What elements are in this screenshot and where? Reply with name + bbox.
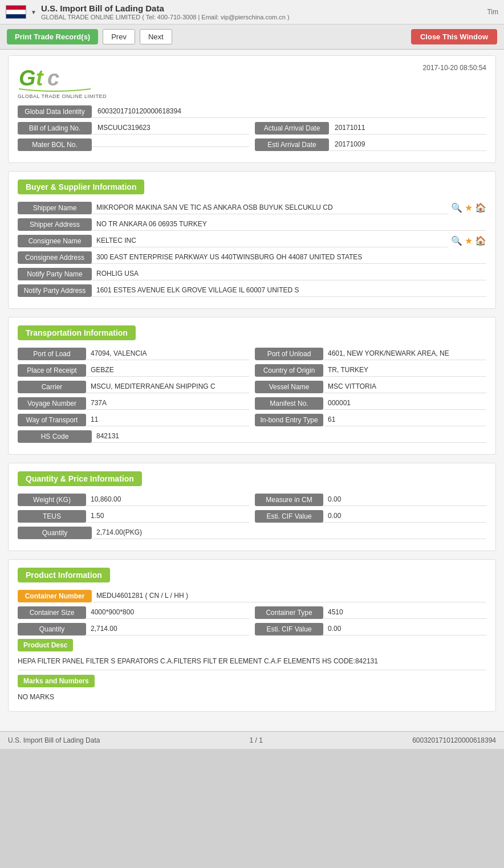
- teus-half: TEUS 1.50: [18, 510, 249, 523]
- measure-value: 0.00: [323, 493, 486, 506]
- product-quantity-cif-row: Quantity 2,714.00 Esti. CIF Value 0.00: [18, 622, 486, 635]
- product-desc-section: Product Desc HEPA FILTER PANEL FILTER S …: [18, 639, 486, 670]
- port-load-label: Port of Load: [18, 348, 86, 360]
- bol-label: Bill of Lading No.: [18, 122, 92, 135]
- shipper-home-icon[interactable]: 🏠: [475, 202, 486, 213]
- container-number-label: Container Number: [18, 590, 92, 602]
- esti-cif-half: Esti. CIF Value 0.00: [255, 510, 486, 523]
- container-type-value: 4510: [323, 606, 486, 619]
- port-row: Port of Load 47094, VALENCIA Port of Unl…: [18, 347, 486, 360]
- prev-button[interactable]: Prev: [103, 29, 135, 44]
- country-origin-half: Country of Origin TR, TURKEY: [255, 364, 486, 377]
- voyage-half: Voyage Number 737A: [18, 397, 249, 410]
- voyage-manifest-row: Voyage Number 737A Manifest No. 000001: [18, 397, 486, 410]
- quantity-price-header: Quantity & Price Information: [18, 471, 142, 486]
- logo-row: G t c GLOBAL TRADE ONLINE LIMITED 2017-1…: [18, 64, 486, 99]
- shipper-name-row: Shipper Name MIKROPOR MAKINA SAN VE TIC …: [18, 201, 486, 214]
- container-size-half: Container Size 4000*900*800: [18, 606, 249, 619]
- consignee-address-row: Consignee Address 300 EAST ENTERPRISE PA…: [18, 251, 486, 264]
- product-card: Product Information Container Number MED…: [8, 559, 496, 712]
- vessel-label: Vessel Name: [255, 381, 323, 393]
- global-data-identity-value: 6003201710120000618394: [92, 105, 486, 118]
- logo-box: G t c GLOBAL TRADE ONLINE LIMITED: [18, 64, 107, 99]
- voyage-value: 737A: [86, 397, 249, 410]
- notify-party-address-row: Notify Party Address 1601 ESTES AVENUE E…: [18, 284, 486, 297]
- container-size-label: Container Size: [18, 606, 86, 619]
- quantity-price-card: Quantity & Price Information Weight (KG)…: [8, 463, 496, 551]
- print-button[interactable]: Print Trade Record(s): [7, 29, 98, 44]
- vessel-half: Vessel Name MSC VITTORIA: [255, 380, 486, 393]
- flag-icon: [6, 5, 26, 19]
- marks-label: Marks and Numbers: [18, 675, 95, 687]
- transportation-header: Transportation Information: [18, 325, 136, 340]
- next-button[interactable]: Next: [140, 29, 172, 44]
- close-button[interactable]: Close This Window: [411, 29, 497, 44]
- notify-party-name-row: Notify Party Name ROHLIG USA: [18, 267, 486, 280]
- receipt-origin-row: Place of Receipt GEBZE Country of Origin…: [18, 364, 486, 377]
- top-bar: ▼ U.S. Import Bill of Lading Data GLOBAL…: [0, 0, 504, 25]
- logo-subtitle: GLOBAL TRADE ONLINE LIMITED: [18, 93, 107, 99]
- vessel-value: MSC VITTORIA: [323, 380, 486, 393]
- consignee-name-icons: 🔍 ★ 🏠: [451, 235, 486, 246]
- notify-party-address-label: Notify Party Address: [18, 284, 92, 297]
- product-quantity-value: 2,714.00: [86, 622, 249, 635]
- action-bar: Print Trade Record(s) Prev Next Close Th…: [0, 25, 504, 50]
- port-load-value: 47094, VALENCIA: [86, 347, 249, 360]
- in-bond-label: In-bond Entry Type: [255, 414, 323, 426]
- country-origin-value: TR, TURKEY: [323, 364, 486, 377]
- master-bol-half: Mater BOL No.: [18, 138, 249, 151]
- way-transport-label: Way of Transport: [18, 414, 86, 426]
- esti-arrival-label: Esti Arrival Date: [255, 138, 329, 151]
- shipper-name-label: Shipper Name: [18, 202, 92, 214]
- measure-label: Measure in CM: [255, 494, 323, 506]
- hs-code-value: 842131: [92, 430, 486, 443]
- carrier-vessel-row: Carrier MSCU, MEDITERRANEAN SHIPPING C V…: [18, 380, 486, 393]
- hs-code-row: HS Code 842131: [18, 430, 486, 443]
- master-bol-label: Mater BOL No.: [18, 138, 92, 151]
- actual-arrival-value: 20171011: [329, 121, 486, 135]
- consignee-search-icon[interactable]: 🔍: [451, 235, 462, 246]
- manifest-label: Manifest No.: [255, 397, 323, 410]
- product-esti-cif-half: Esti. CIF Value 0.00: [255, 622, 486, 635]
- master-bol-esti-row: Mater BOL No. Esti Arrival Date 20171009: [18, 138, 486, 151]
- footer-right: 6003201710120000618394: [412, 736, 496, 744]
- shipper-address-label: Shipper Address: [18, 218, 92, 231]
- container-size-type-row: Container Size 4000*900*800 Container Ty…: [18, 606, 486, 619]
- teus-label: TEUS: [18, 510, 86, 523]
- manifest-half: Manifest No. 000001: [255, 397, 486, 410]
- quantity-value: 2,714.00(PKG): [92, 526, 486, 539]
- shipper-name-value: MIKROPOR MAKINA SAN VE TIC AS ANKARA OSB…: [92, 201, 448, 214]
- buyer-supplier-card: Buyer & Supplier Information Shipper Nam…: [8, 171, 496, 309]
- port-load-half: Port of Load 47094, VALENCIA: [18, 347, 249, 360]
- container-number-value: MEDU4601281 ( CN / L / HH ): [92, 589, 486, 602]
- hs-code-label: HS Code: [18, 430, 92, 443]
- in-bond-half: In-bond Entry Type 61: [255, 413, 486, 426]
- footer-left: U.S. Import Bill of Lading Data: [8, 736, 100, 744]
- port-unload-half: Port of Unload 4601, NEW YORK/NEWARK ARE…: [255, 347, 486, 360]
- quantity-row: Quantity 2,714.00(PKG): [18, 526, 486, 539]
- notify-party-name-value: ROHLIG USA: [92, 267, 486, 280]
- master-bol-value: [92, 142, 249, 147]
- carrier-value: MSCU, MEDITERRANEAN SHIPPING C: [86, 380, 249, 393]
- top-bar-user: Tim: [487, 8, 498, 16]
- product-desc-text: HEPA FILTER PANEL FILTER S EPARATORS C.A…: [18, 655, 486, 670]
- consignee-home-icon[interactable]: 🏠: [475, 235, 486, 246]
- dropdown-arrow[interactable]: ▼: [31, 9, 36, 15]
- buyer-supplier-header: Buyer & Supplier Information: [18, 180, 144, 194]
- container-type-half: Container Type 4510: [255, 606, 486, 619]
- svg-text:c: c: [47, 66, 59, 90]
- global-data-identity-row: Global Data Identity 6003201710120000618…: [18, 105, 486, 118]
- product-esti-cif-value: 0.00: [323, 622, 486, 635]
- top-bar-info: U.S. Import Bill of Lading Data GLOBAL T…: [41, 3, 290, 21]
- svg-text:G: G: [19, 66, 36, 90]
- shipper-search-icon[interactable]: 🔍: [451, 202, 462, 213]
- app-title: U.S. Import Bill of Lading Data: [41, 3, 290, 13]
- consignee-star-icon[interactable]: ★: [465, 235, 473, 246]
- in-bond-value: 61: [323, 413, 486, 426]
- way-transport-value: 11: [86, 413, 249, 426]
- esti-cif-label: Esti. CIF Value: [255, 510, 323, 523]
- shipper-star-icon[interactable]: ★: [465, 202, 473, 213]
- consignee-address-value: 300 EAST ENTERPRISE PARKWAY US 440TWINSB…: [92, 251, 486, 264]
- teus-cif-row: TEUS 1.50 Esti. CIF Value 0.00: [18, 510, 486, 523]
- port-unload-value: 4601, NEW YORK/NEWARK AREA, NE: [323, 347, 486, 360]
